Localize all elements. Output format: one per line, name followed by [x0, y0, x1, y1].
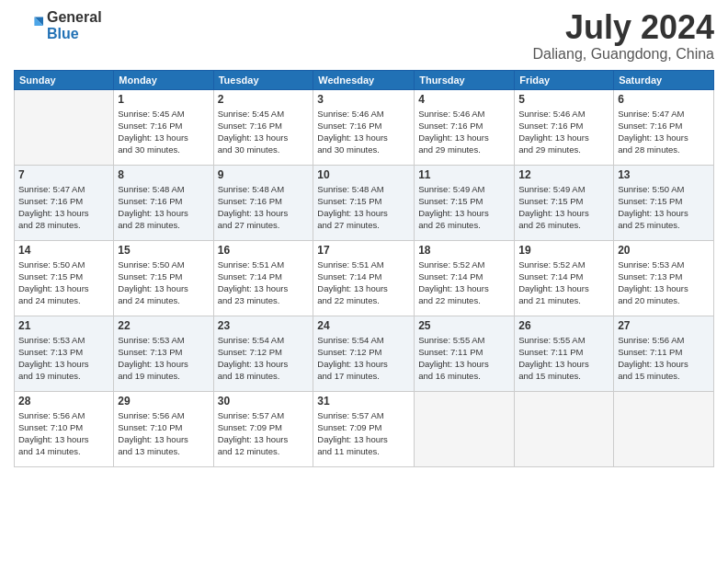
calendar-week-row: 14Sunrise: 5:50 AM Sunset: 7:15 PM Dayli… [15, 240, 714, 316]
calendar-cell: 12Sunrise: 5:49 AM Sunset: 7:15 PM Dayli… [515, 165, 614, 240]
page-container: General Blue July 2024 Daliang, Guangdon… [0, 0, 728, 563]
day-number: 20 [618, 244, 710, 257]
day-number: 24 [317, 319, 410, 332]
calendar-cell: 17Sunrise: 5:51 AM Sunset: 7:14 PM Dayli… [313, 240, 415, 316]
weekday-header: Monday [114, 70, 213, 89]
calendar-cell: 10Sunrise: 5:48 AM Sunset: 7:15 PM Dayli… [313, 165, 415, 240]
calendar-cell [614, 391, 714, 466]
calendar-cell: 16Sunrise: 5:51 AM Sunset: 7:14 PM Dayli… [213, 240, 313, 316]
calendar-cell: 26Sunrise: 5:55 AM Sunset: 7:11 PM Dayli… [515, 316, 614, 391]
day-number: 21 [18, 319, 109, 332]
day-number: 4 [418, 93, 510, 106]
day-info: Sunrise: 5:53 AM Sunset: 7:13 PM Dayligh… [618, 259, 710, 307]
weekday-header: Saturday [614, 70, 714, 89]
day-info: Sunrise: 5:50 AM Sunset: 7:15 PM Dayligh… [118, 259, 209, 307]
logo: General Blue [14, 9, 102, 42]
calendar-cell: 7Sunrise: 5:47 AM Sunset: 7:16 PM Daylig… [15, 165, 114, 240]
calendar-cell [415, 391, 515, 466]
day-number: 23 [218, 319, 310, 332]
day-number: 11 [418, 168, 510, 181]
day-info: Sunrise: 5:53 AM Sunset: 7:13 PM Dayligh… [18, 334, 109, 383]
day-info: Sunrise: 5:57 AM Sunset: 7:09 PM Dayligh… [317, 409, 410, 458]
calendar-table: SundayMondayTuesdayWednesdayThursdayFrid… [14, 70, 714, 467]
day-number: 31 [317, 395, 410, 408]
day-info: Sunrise: 5:47 AM Sunset: 7:16 PM Dayligh… [18, 183, 109, 232]
day-info: Sunrise: 5:51 AM Sunset: 7:14 PM Dayligh… [317, 259, 410, 307]
day-number: 6 [618, 93, 710, 106]
calendar-cell: 24Sunrise: 5:54 AM Sunset: 7:12 PM Dayli… [313, 316, 415, 391]
calendar-cell: 21Sunrise: 5:53 AM Sunset: 7:13 PM Dayli… [15, 316, 114, 391]
calendar-cell: 6Sunrise: 5:47 AM Sunset: 7:16 PM Daylig… [614, 89, 714, 165]
calendar-cell: 14Sunrise: 5:50 AM Sunset: 7:15 PM Dayli… [15, 240, 114, 316]
calendar-cell: 28Sunrise: 5:56 AM Sunset: 7:10 PM Dayli… [15, 391, 114, 466]
calendar-week-row: 21Sunrise: 5:53 AM Sunset: 7:13 PM Dayli… [15, 316, 714, 391]
day-info: Sunrise: 5:49 AM Sunset: 7:15 PM Dayligh… [518, 183, 609, 232]
day-number: 12 [518, 168, 609, 181]
day-info: Sunrise: 5:54 AM Sunset: 7:12 PM Dayligh… [218, 334, 310, 383]
logo-icon [14, 11, 43, 40]
calendar-header-row: SundayMondayTuesdayWednesdayThursdayFrid… [15, 70, 714, 89]
calendar-cell: 18Sunrise: 5:52 AM Sunset: 7:14 PM Dayli… [415, 240, 515, 316]
calendar-cell: 15Sunrise: 5:50 AM Sunset: 7:15 PM Dayli… [114, 240, 213, 316]
day-number: 25 [418, 319, 510, 332]
calendar-cell: 27Sunrise: 5:56 AM Sunset: 7:11 PM Dayli… [614, 316, 714, 391]
day-number: 27 [618, 319, 710, 332]
day-number: 26 [518, 319, 609, 332]
day-info: Sunrise: 5:47 AM Sunset: 7:16 PM Dayligh… [618, 108, 710, 156]
location: Daliang, Guangdong, China [533, 46, 714, 63]
day-info: Sunrise: 5:50 AM Sunset: 7:15 PM Dayligh… [18, 259, 109, 307]
day-number: 30 [218, 395, 310, 408]
calendar-cell: 29Sunrise: 5:56 AM Sunset: 7:10 PM Dayli… [114, 391, 213, 466]
day-info: Sunrise: 5:53 AM Sunset: 7:13 PM Dayligh… [118, 334, 209, 383]
day-number: 10 [317, 168, 410, 181]
day-info: Sunrise: 5:46 AM Sunset: 7:16 PM Dayligh… [518, 108, 609, 156]
weekday-header: Sunday [15, 70, 114, 89]
day-number: 2 [218, 93, 310, 106]
day-number: 22 [118, 319, 209, 332]
day-info: Sunrise: 5:52 AM Sunset: 7:14 PM Dayligh… [418, 259, 510, 307]
day-number: 14 [18, 244, 109, 257]
day-info: Sunrise: 5:50 AM Sunset: 7:15 PM Dayligh… [618, 183, 710, 232]
calendar-cell: 23Sunrise: 5:54 AM Sunset: 7:12 PM Dayli… [213, 316, 313, 391]
day-info: Sunrise: 5:56 AM Sunset: 7:11 PM Dayligh… [618, 334, 710, 383]
day-number: 15 [118, 244, 209, 257]
weekday-header: Thursday [415, 70, 515, 89]
calendar-cell: 19Sunrise: 5:52 AM Sunset: 7:14 PM Dayli… [515, 240, 614, 316]
calendar-week-row: 1Sunrise: 5:45 AM Sunset: 7:16 PM Daylig… [15, 89, 714, 165]
day-number: 16 [218, 244, 310, 257]
day-info: Sunrise: 5:46 AM Sunset: 7:16 PM Dayligh… [317, 108, 410, 156]
calendar-cell [515, 391, 614, 466]
calendar-cell: 1Sunrise: 5:45 AM Sunset: 7:16 PM Daylig… [114, 89, 213, 165]
day-info: Sunrise: 5:48 AM Sunset: 7:15 PM Dayligh… [317, 183, 410, 232]
day-info: Sunrise: 5:51 AM Sunset: 7:14 PM Dayligh… [218, 259, 310, 307]
day-number: 7 [18, 168, 109, 181]
calendar-week-row: 7Sunrise: 5:47 AM Sunset: 7:16 PM Daylig… [15, 165, 714, 240]
calendar-cell: 4Sunrise: 5:46 AM Sunset: 7:16 PM Daylig… [415, 89, 515, 165]
day-info: Sunrise: 5:57 AM Sunset: 7:09 PM Dayligh… [218, 409, 310, 458]
weekday-header: Wednesday [313, 70, 415, 89]
day-number: 19 [518, 244, 609, 257]
logo-text: General Blue [47, 9, 102, 42]
calendar-cell: 20Sunrise: 5:53 AM Sunset: 7:13 PM Dayli… [614, 240, 714, 316]
day-info: Sunrise: 5:54 AM Sunset: 7:12 PM Dayligh… [317, 334, 410, 383]
calendar-week-row: 28Sunrise: 5:56 AM Sunset: 7:10 PM Dayli… [15, 391, 714, 466]
day-info: Sunrise: 5:52 AM Sunset: 7:14 PM Dayligh… [518, 259, 609, 307]
day-info: Sunrise: 5:55 AM Sunset: 7:11 PM Dayligh… [418, 334, 510, 383]
calendar-cell: 25Sunrise: 5:55 AM Sunset: 7:11 PM Dayli… [415, 316, 515, 391]
calendar-cell: 8Sunrise: 5:48 AM Sunset: 7:16 PM Daylig… [114, 165, 213, 240]
month-title: July 2024 [533, 9, 714, 46]
day-info: Sunrise: 5:56 AM Sunset: 7:10 PM Dayligh… [18, 409, 109, 458]
day-number: 17 [317, 244, 410, 257]
calendar-cell: 31Sunrise: 5:57 AM Sunset: 7:09 PM Dayli… [313, 391, 415, 466]
calendar-cell: 30Sunrise: 5:57 AM Sunset: 7:09 PM Dayli… [213, 391, 313, 466]
weekday-header: Friday [515, 70, 614, 89]
day-number: 3 [317, 93, 410, 106]
page-header: General Blue July 2024 Daliang, Guangdon… [14, 9, 714, 63]
day-info: Sunrise: 5:45 AM Sunset: 7:16 PM Dayligh… [118, 108, 209, 156]
day-info: Sunrise: 5:55 AM Sunset: 7:11 PM Dayligh… [518, 334, 609, 383]
day-info: Sunrise: 5:46 AM Sunset: 7:16 PM Dayligh… [418, 108, 510, 156]
calendar-cell [15, 89, 114, 165]
calendar-cell: 22Sunrise: 5:53 AM Sunset: 7:13 PM Dayli… [114, 316, 213, 391]
day-number: 5 [518, 93, 609, 106]
day-number: 1 [118, 93, 209, 106]
